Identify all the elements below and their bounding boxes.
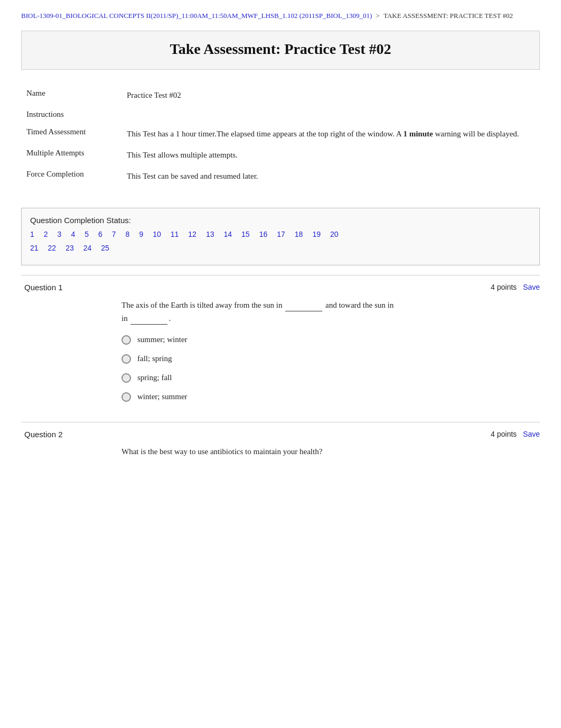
qcs-number-3[interactable]: 3 — [58, 230, 62, 238]
multiple-label: Multiple Attempts — [21, 144, 127, 165]
qcs-number-4[interactable]: 4 — [71, 230, 75, 238]
name-label: Name — [21, 85, 127, 106]
question-meta-2: 4 pointsSave — [491, 430, 540, 438]
radio-icon-1-2[interactable] — [121, 354, 131, 364]
option-1-2[interactable]: fall; spring — [121, 354, 540, 364]
qcs-number-2[interactable]: 2 — [44, 230, 48, 238]
option-text-1-2: fall; spring — [137, 354, 172, 363]
questions-container: Question 14 pointsSaveThe axis of the Ea… — [21, 275, 540, 474]
qcs-numbers-row2: 2122232425 — [30, 244, 531, 257]
question-header-1: Question 14 pointsSave — [21, 283, 540, 292]
question-completion-status: Question Completion Status: 123456789101… — [21, 208, 540, 265]
question-header-2: Question 24 pointsSave — [21, 430, 540, 439]
page-title: Take Assessment: Practice Test #02 — [38, 41, 523, 58]
page-header-box: Take Assessment: Practice Test #02 — [21, 31, 540, 70]
timed-text-prefix: This Test has a 1 hour timer.The elapsed… — [127, 130, 403, 138]
timed-text-suffix: warning will be displayed. — [433, 130, 519, 138]
info-row-force: Force Completion This Test can be saved … — [21, 165, 540, 187]
question-points-2: 4 points — [491, 430, 517, 438]
info-row-multiple: Multiple Attempts This Test allows multi… — [21, 144, 540, 165]
qcs-number-9[interactable]: 9 — [139, 230, 143, 238]
question-points-1: 4 points — [491, 283, 517, 291]
qcs-number-10[interactable]: 10 — [153, 230, 161, 238]
qcs-number-19[interactable]: 19 — [312, 230, 321, 238]
qcs-number-21[interactable]: 21 — [30, 244, 39, 252]
multiple-value: This Test allows multiple attempts. — [127, 144, 540, 165]
info-row-name: Name Practice Test #02 — [21, 85, 540, 106]
qcs-number-20[interactable]: 20 — [330, 230, 339, 238]
qcs-number-25[interactable]: 25 — [101, 244, 109, 252]
qcs-number-18[interactable]: 18 — [295, 230, 303, 238]
option-text-1-4: winter; summer — [137, 392, 188, 401]
breadcrumb-current: TAKE ASSESSMENT: PRACTICE TEST #02 — [384, 12, 513, 20]
radio-icon-1-1[interactable] — [121, 335, 131, 345]
timed-text-bold: 1 minute — [403, 130, 433, 138]
instructions-label: Instructions — [21, 106, 127, 123]
radio-icon-1-3[interactable] — [121, 373, 131, 383]
option-1-3[interactable]: spring; fall — [121, 373, 540, 383]
option-text-1-1: summer; winter — [137, 335, 188, 344]
question-meta-1: 4 pointsSave — [491, 283, 540, 291]
name-value: Practice Test #02 — [127, 85, 540, 106]
instructions-value — [127, 106, 540, 123]
spacer-row — [21, 187, 540, 197]
qcs-number-14[interactable]: 14 — [223, 230, 232, 238]
timed-value: This Test has a 1 hour timer.The elapsed… — [127, 123, 540, 144]
save-button-1[interactable]: Save — [523, 283, 540, 291]
question-text-2: What is the best way to use antibiotics … — [121, 445, 540, 458]
qcs-number-16[interactable]: 16 — [259, 230, 268, 238]
force-label: Force Completion — [21, 165, 127, 187]
timed-label: Timed Assessment — [21, 123, 127, 144]
qcs-number-13[interactable]: 13 — [206, 230, 214, 238]
question-block-2: Question 24 pointsSaveWhat is the best w… — [21, 422, 540, 474]
qcs-number-17[interactable]: 17 — [277, 230, 285, 238]
qcs-number-6[interactable]: 6 — [98, 230, 102, 238]
radio-icon-1-4[interactable] — [121, 392, 131, 402]
qcs-numbers-row1: 1234567891011121314151617181920 — [30, 230, 531, 244]
qcs-number-1[interactable]: 1 — [30, 230, 34, 238]
option-text-1-3: spring; fall — [137, 373, 172, 382]
info-row-timed: Timed Assessment This Test has a 1 hour … — [21, 123, 540, 144]
question-block-1: Question 14 pointsSaveThe axis of the Ea… — [21, 275, 540, 417]
question-label-1: Question 1 — [21, 283, 63, 292]
qcs-number-15[interactable]: 15 — [241, 230, 250, 238]
option-1-1[interactable]: summer; winter — [121, 335, 540, 345]
question-label-2: Question 2 — [21, 430, 63, 439]
qcs-number-8[interactable]: 8 — [126, 230, 130, 238]
qcs-number-24[interactable]: 24 — [83, 244, 92, 252]
qcs-number-5[interactable]: 5 — [85, 230, 89, 238]
info-row-instructions: Instructions — [21, 106, 540, 123]
qcs-number-23[interactable]: 23 — [66, 244, 74, 252]
question-text-1: The axis of the Earth is tilted away fro… — [121, 298, 540, 325]
qcs-title: Question Completion Status: — [30, 216, 531, 225]
breadcrumb: BIOL-1309-01_BIOLOGICAL CONCEPTS II(2011… — [21, 11, 540, 21]
blank1 — [285, 298, 322, 311]
options-list-1: summer; winterfall; springspring; fallwi… — [121, 335, 540, 402]
blank2 — [130, 311, 167, 325]
info-table: Name Practice Test #02 Instructions Time… — [21, 85, 540, 197]
force-value: This Test can be saved and resumed later… — [127, 165, 540, 187]
qcs-number-22[interactable]: 22 — [48, 244, 57, 252]
qcs-number-11[interactable]: 11 — [171, 230, 179, 238]
qcs-number-7[interactable]: 7 — [112, 230, 116, 238]
option-1-4[interactable]: winter; summer — [121, 392, 540, 402]
qcs-number-12[interactable]: 12 — [188, 230, 197, 238]
save-button-2[interactable]: Save — [523, 430, 540, 438]
breadcrumb-link[interactable]: BIOL-1309-01_BIOLOGICAL CONCEPTS II(2011… — [21, 12, 372, 20]
breadcrumb-separator: > — [376, 12, 381, 20]
